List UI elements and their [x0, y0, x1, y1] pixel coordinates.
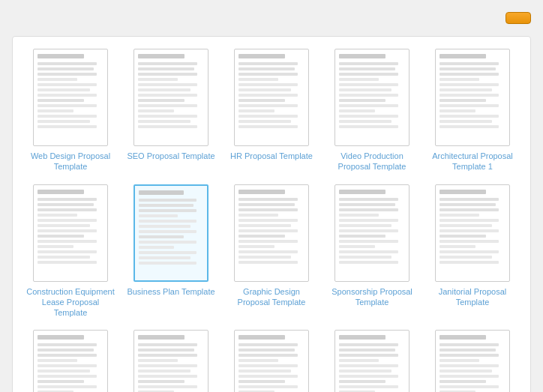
library-page: Web Design Proposal TemplateSEO Proposal… [0, 0, 543, 392]
template-label: Web Design Proposal Template [25, 151, 116, 172]
template-item[interactable]: Construction Proposal Template [226, 330, 317, 392]
template-thumbnail [334, 330, 410, 392]
template-item[interactable]: Construction Equipment Lease Proposal Te… [25, 184, 116, 319]
template-label: Business Plan Template [127, 286, 214, 297]
template-thumbnail [33, 184, 108, 282]
template-label: SEO Proposal Template [127, 151, 214, 161]
template-thumbnail [234, 49, 309, 146]
template-label: Janitorial Proposal Template [427, 286, 518, 308]
template-thumbnail [334, 49, 410, 146]
template-thumbnail [134, 49, 208, 146]
template-label: Construction Equipment Lease Proposal Te… [25, 286, 116, 319]
template-item[interactable]: Architectural Proposal Template 1 [427, 49, 518, 172]
page-header [12, 12, 531, 24]
template-item[interactable]: Video Production Proposal Template [326, 49, 418, 172]
template-thumbnail [435, 49, 510, 146]
template-label: HR Proposal Template [230, 151, 313, 161]
template-thumbnail [334, 184, 410, 282]
template-thumbnail [234, 330, 309, 392]
template-thumbnail [134, 184, 208, 282]
template-thumbnail [134, 330, 208, 392]
template-item[interactable]: Sponsorship Proposal Template [326, 184, 418, 319]
template-thumbnail [234, 184, 309, 282]
template-label: Video Production Proposal Template [326, 151, 418, 172]
template-item[interactable]: Accounting Proposal Template [125, 330, 217, 392]
template-item[interactable]: SEO Proposal Template [125, 49, 217, 172]
template-item[interactable]: Online Tutoring Services Proposal Templa… [326, 330, 418, 392]
template-label: Sponsorship Proposal Template [326, 286, 418, 308]
template-item[interactable]: Insurance Proposal Template [427, 330, 518, 392]
template-thumbnail [435, 330, 510, 392]
template-thumbnail [33, 49, 108, 146]
template-item[interactable]: PR | Public Relations Proposal Template [25, 330, 116, 392]
create-template-button[interactable] [506, 12, 531, 24]
template-thumbnail [435, 184, 510, 282]
template-item[interactable]: Web Design Proposal Template [25, 49, 116, 172]
template-item[interactable]: Business Plan Template [125, 184, 217, 319]
template-label: Architectural Proposal Template 1 [427, 151, 518, 172]
template-item[interactable]: HR Proposal Template [226, 49, 317, 172]
template-grid: Web Design Proposal TemplateSEO Proposal… [12, 36, 531, 392]
template-item[interactable]: Graphic Design Proposal Template [226, 184, 317, 319]
template-thumbnail [33, 330, 108, 392]
template-label: Graphic Design Proposal Template [226, 286, 317, 308]
template-item[interactable]: Janitorial Proposal Template [427, 184, 518, 319]
